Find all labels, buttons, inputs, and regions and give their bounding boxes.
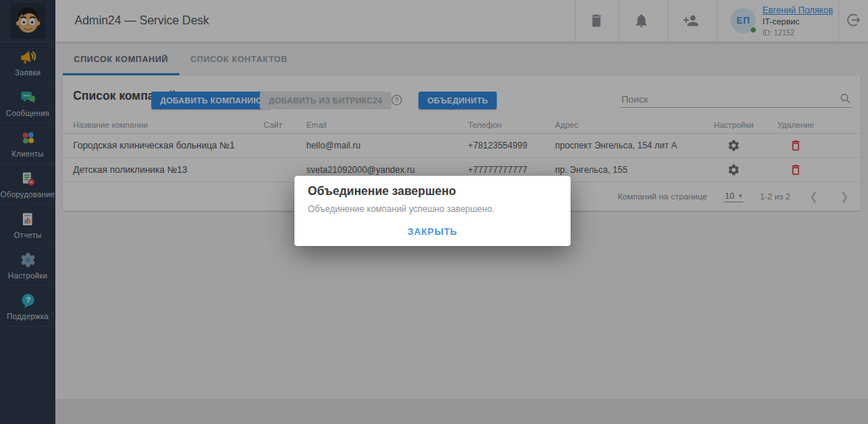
merge-complete-dialog: Объединение завершено Объединение компан…	[294, 176, 571, 246]
dialog-message: Объединение компаний успешно завершено.	[308, 204, 495, 214]
app-root: Заявки Сообщения Клиенты Оборудование От	[0, 0, 868, 424]
close-button[interactable]: ЗАКРЫТЬ	[400, 223, 464, 241]
dialog-title: Объединение завершено	[308, 185, 456, 198]
